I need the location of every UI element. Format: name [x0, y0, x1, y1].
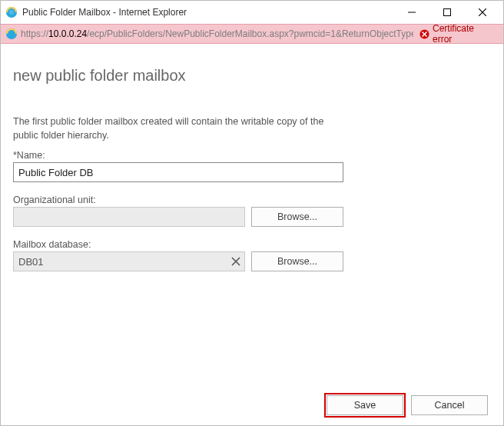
ou-browse-button[interactable]: Browse...	[251, 207, 343, 227]
address-url[interactable]: https://10.0.0.24/ecp/PublicFolders/NewP…	[21, 28, 413, 39]
save-button[interactable]: Save	[327, 395, 403, 415]
intro-text: The first public folder mailbox created …	[13, 115, 351, 142]
address-bar[interactable]: https://10.0.0.24/ecp/PublicFolders/NewP…	[1, 24, 503, 44]
cancel-button[interactable]: Cancel	[411, 395, 488, 415]
name-input[interactable]	[13, 162, 343, 182]
svg-rect-3	[444, 9, 451, 16]
ie-app-icon	[5, 6, 18, 18]
ou-row: Browse...	[13, 207, 491, 227]
page-title: new public folder mailbox	[13, 67, 491, 85]
certificate-error-badge[interactable]: Certificate error	[416, 23, 499, 45]
window-titlebar: Public Folder Mailbox - Internet Explore…	[1, 1, 503, 24]
mbdb-clear-icon[interactable]	[230, 255, 242, 268]
window-maximize-button[interactable]	[429, 1, 465, 24]
dialog-footer: Save Cancel	[1, 385, 503, 425]
ie-page-icon	[5, 28, 18, 40]
window-close-button[interactable]	[465, 1, 500, 24]
mbdb-label: Mailbox database:	[13, 239, 491, 250]
url-host: 10.0.0.24	[48, 28, 87, 39]
name-label: *Name:	[13, 150, 491, 161]
mbdb-browse-button[interactable]: Browse...	[251, 251, 343, 271]
url-scheme: https://	[21, 28, 48, 39]
mbdb-row: Browse...	[13, 251, 491, 271]
page-content: new public folder mailbox The first publ…	[1, 44, 503, 385]
window-minimize-button[interactable]	[394, 1, 429, 24]
ou-input	[13, 207, 245, 227]
ou-label: Organizational unit:	[13, 195, 491, 205]
mbdb-input[interactable]	[13, 251, 245, 271]
url-path: /ecp/PublicFolders/NewPublicFolderMailbo…	[87, 28, 413, 39]
cert-error-label: Certificate error	[433, 23, 496, 45]
window-title: Public Folder Mailbox - Internet Explore…	[22, 7, 187, 18]
cert-error-icon	[419, 29, 429, 39]
svg-point-1	[9, 10, 14, 15]
